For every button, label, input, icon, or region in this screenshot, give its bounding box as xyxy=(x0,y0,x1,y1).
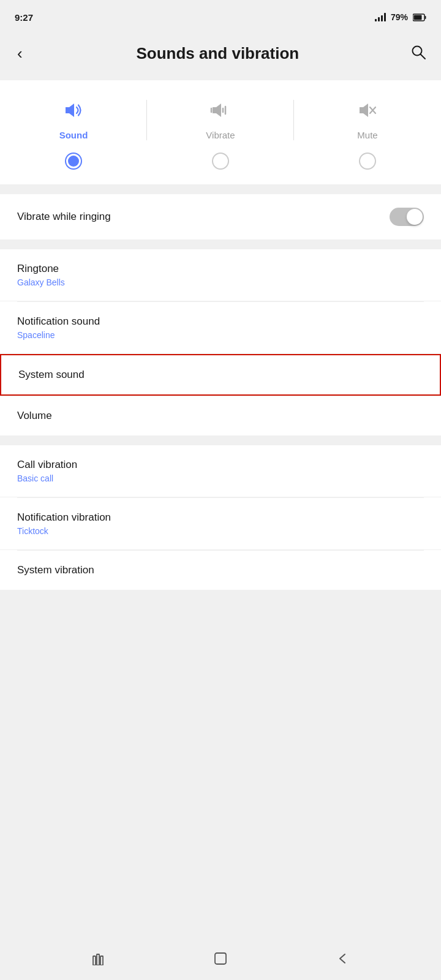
vibration-section: Call vibration Basic call Notification v… xyxy=(0,445,441,590)
svg-rect-1 xyxy=(425,16,426,19)
notification-sound-text: Notification sound Spaceline xyxy=(17,315,100,340)
page-title: Sounds and vibration xyxy=(136,44,299,63)
call-vibration-value: Basic call xyxy=(17,473,77,483)
ringtone-row[interactable]: Ringtone Galaxy Bells xyxy=(0,249,441,301)
notification-sound-title: Notification sound xyxy=(17,315,100,328)
status-time: 9:27 xyxy=(15,12,33,23)
notification-vibration-title: Notification vibration xyxy=(17,511,111,524)
status-bar: 9:27 79% xyxy=(0,0,441,32)
sound-mode-sound-label: Sound xyxy=(59,130,88,140)
system-sound-title: System sound xyxy=(18,369,85,381)
vibrate-while-ringing-toggle[interactable] xyxy=(390,208,424,226)
back-nav-button[interactable] xyxy=(329,944,357,973)
recent-apps-icon xyxy=(91,952,105,965)
notification-vibration-row[interactable]: Notification vibration Ticktock xyxy=(0,498,441,550)
back-nav-icon xyxy=(336,952,350,965)
svg-rect-2 xyxy=(414,15,422,20)
volume-title: Volume xyxy=(17,410,52,422)
toggle-knob xyxy=(407,209,423,225)
notification-vibration-value: Ticktock xyxy=(17,526,111,536)
ringtone-title: Ringtone xyxy=(17,263,65,275)
sound-mode-row: Sound Vibrate Mut xyxy=(0,90,441,148)
sound-mode-container: Sound Vibrate Mut xyxy=(0,80,441,184)
speaker-vibrate-icon xyxy=(210,100,231,121)
vibrate-while-ringing-row[interactable]: Vibrate while ringing xyxy=(0,194,441,239)
vibrate-while-ringing-section: Vibrate while ringing xyxy=(0,194,441,239)
svg-rect-14 xyxy=(97,954,99,965)
call-vibration-title: Call vibration xyxy=(17,459,77,471)
radio-sound[interactable] xyxy=(0,153,147,170)
sound-mode-mute-label: Mute xyxy=(357,130,377,140)
vibrate-while-ringing-title: Vibrate while ringing xyxy=(17,211,111,223)
radio-mute-circle[interactable] xyxy=(359,153,376,170)
system-vibration-text: System vibration xyxy=(17,564,94,576)
sound-icon xyxy=(63,100,84,125)
svg-marker-10 xyxy=(360,104,368,117)
radio-vibrate-circle[interactable] xyxy=(212,153,229,170)
system-sound-text: System sound xyxy=(18,369,85,381)
home-button[interactable] xyxy=(206,944,235,973)
back-button[interactable]: ‹ xyxy=(15,42,25,66)
radio-sound-circle[interactable] xyxy=(65,153,82,170)
volume-row[interactable]: Volume xyxy=(0,396,441,435)
system-vibration-row[interactable]: System vibration xyxy=(0,551,441,590)
home-icon xyxy=(213,951,228,966)
svg-line-4 xyxy=(421,54,426,59)
sound-mode-vibrate[interactable]: Vibrate xyxy=(147,95,294,145)
sound-mode-sound[interactable]: Sound xyxy=(0,95,147,145)
search-icon xyxy=(410,44,426,60)
system-vibration-title: System vibration xyxy=(17,564,94,576)
vibrate-while-ringing-text: Vibrate while ringing xyxy=(17,211,111,223)
call-vibration-row[interactable]: Call vibration Basic call xyxy=(0,445,441,497)
battery-text: 79% xyxy=(391,12,408,22)
notification-vibration-text: Notification vibration Ticktock xyxy=(17,511,111,536)
radio-mute[interactable] xyxy=(294,153,441,170)
speaker-sound-icon xyxy=(63,100,84,121)
svg-marker-6 xyxy=(213,104,221,117)
call-vibration-text: Call vibration Basic call xyxy=(17,459,77,483)
radio-sound-inner xyxy=(68,156,79,167)
svg-rect-16 xyxy=(215,953,226,964)
sound-mode-vibrate-label: Vibrate xyxy=(206,130,235,140)
vibrate-icon xyxy=(210,100,231,125)
system-sound-row[interactable]: System sound xyxy=(0,354,441,396)
ringtone-text: Ringtone Galaxy Bells xyxy=(17,263,65,287)
notification-sound-value: Spaceline xyxy=(17,330,100,340)
radio-row xyxy=(0,148,441,179)
svg-rect-13 xyxy=(93,956,96,965)
sound-settings-section: Ringtone Galaxy Bells Notification sound… xyxy=(0,249,441,396)
volume-section: Volume xyxy=(0,396,441,435)
ringtone-value: Galaxy Bells xyxy=(17,277,65,287)
radio-vibrate[interactable] xyxy=(147,153,294,170)
status-right: 79% xyxy=(375,12,426,22)
notification-sound-row[interactable]: Notification sound Spaceline xyxy=(0,302,441,354)
search-button[interactable] xyxy=(410,44,426,64)
mute-icon xyxy=(357,100,378,125)
svg-marker-5 xyxy=(66,104,74,117)
speaker-mute-icon xyxy=(357,100,378,121)
page-header: ‹ Sounds and vibration xyxy=(0,32,441,75)
battery-icon xyxy=(413,13,426,21)
recent-apps-button[interactable] xyxy=(84,944,112,973)
sound-mode-mute[interactable]: Mute xyxy=(294,95,441,145)
nav-bar xyxy=(0,937,441,980)
svg-rect-15 xyxy=(100,956,103,965)
signal-icon xyxy=(375,13,386,21)
